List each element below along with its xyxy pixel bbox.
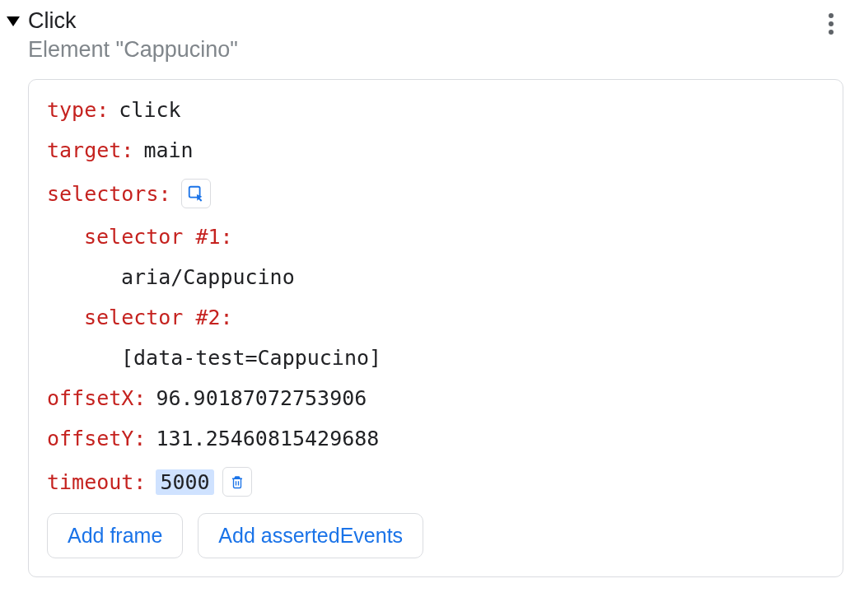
timeout-row[interactable]: timeout: 5000 [47,467,824,497]
selector-2-label: selector #2 [84,306,221,329]
step-subtitle: Element "Cappucino" [28,35,238,64]
selector-1-value-row[interactable]: aria/Cappucino [47,265,824,289]
details-panel: type: click target: main selectors: sele… [28,79,843,577]
offsetx-row[interactable]: offsetX: 96.90187072753906 [47,386,824,410]
add-asserted-events-button[interactable]: Add assertedEvents [198,513,423,558]
offsety-row[interactable]: offsetY: 131.25460815429688 [47,427,824,450]
step-title: Click [28,7,238,35]
timeout-key: timeout [47,470,133,494]
selector-2-value-row[interactable]: [data-test=Cappucino] [47,346,824,370]
trash-icon [230,474,245,490]
target-value: main [143,138,193,162]
selector-picker-button[interactable] [181,179,211,208]
add-frame-button[interactable]: Add frame [47,513,183,558]
type-row[interactable]: type: click [47,98,824,122]
element-picker-icon [187,184,205,203]
selector-2-label-row[interactable]: selector #2: [47,306,824,329]
type-value: click [119,98,180,122]
type-key: type [47,98,96,122]
offsety-key: offsetY [47,427,133,450]
collapse-triangle-icon[interactable] [7,16,20,26]
kebab-menu-icon[interactable] [819,7,843,41]
target-key: target [47,138,121,162]
selectors-row[interactable]: selectors: [47,179,824,208]
selector-1-label-row[interactable]: selector #1: [47,225,824,249]
delete-timeout-button[interactable] [222,467,252,497]
selectors-key: selectors [47,182,158,206]
selector-1-label: selector #1 [84,225,221,249]
offsety-value: 131.25460815429688 [156,427,379,450]
offsetx-key: offsetX [47,386,133,410]
selector-1-value: aria/Cappucino [121,265,295,289]
timeout-value[interactable]: 5000 [156,469,213,495]
selector-2-value: [data-test=Cappucino] [121,346,381,370]
offsetx-value: 96.90187072753906 [156,386,367,410]
target-row[interactable]: target: main [47,138,824,162]
